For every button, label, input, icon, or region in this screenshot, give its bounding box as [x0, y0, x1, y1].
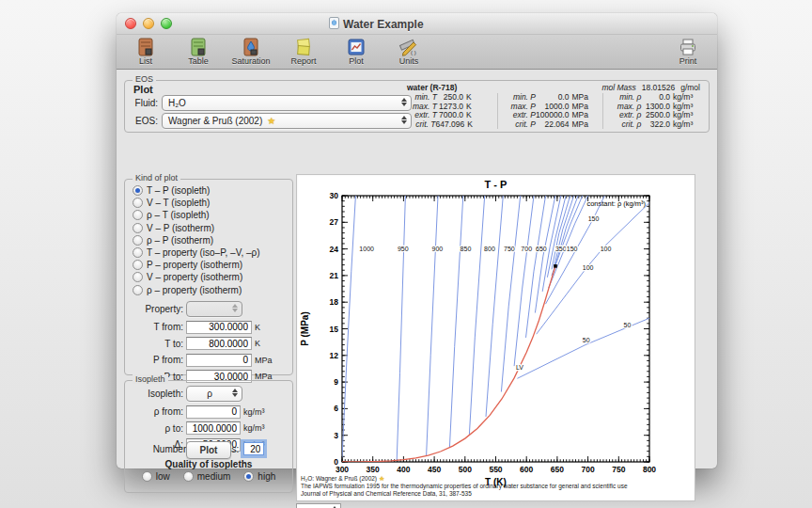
units-ruler-pencil-icon: ( ) — [398, 37, 419, 57]
svg-text:LV: LV — [516, 364, 523, 371]
svg-text:950: 950 — [398, 246, 409, 252]
caption-line3: Journal of Physical and Chemical Referen… — [301, 490, 628, 498]
svg-text:50: 50 — [624, 322, 632, 328]
isopleth-count-field[interactable] — [243, 442, 264, 455]
star-icon: ★ — [267, 116, 275, 126]
plot-kind-radio[interactable]: P – property (isotherm) — [133, 260, 260, 270]
plot-kind-radio[interactable]: ρ – P (isotherm) — [133, 235, 260, 246]
isopleth-label: ρ from: — [125, 406, 183, 417]
range-unit: K — [255, 323, 260, 332]
radio-icon[interactable] — [133, 285, 143, 295]
radio-icon[interactable] — [133, 210, 143, 220]
property-column: min. P0.0MPamax. P1000.0MPaextr. P100000… — [497, 93, 602, 129]
plot-kind-radio[interactable]: V – T (isopleth) — [133, 198, 260, 208]
svg-text:150: 150 — [567, 246, 578, 252]
toolbar-label: Report — [290, 56, 316, 66]
plot-kind-radio[interactable]: V – P (isotherm) — [133, 223, 260, 233]
radio-icon[interactable] — [133, 247, 143, 258]
range-field[interactable] — [186, 321, 252, 334]
range-unit: K — [255, 339, 260, 348]
toolbar-label: Print — [679, 56, 697, 66]
svg-text:500: 500 — [459, 465, 472, 474]
property-unit: kg/m³ — [673, 120, 700, 130]
toolbar-button-plot[interactable]: Plot — [335, 37, 378, 66]
caption-line2: The IAPWS formulation 1995 for the therm… — [301, 483, 628, 490]
fluid-popup[interactable]: H₂O — [162, 95, 412, 111]
radio-label: low — [156, 471, 170, 482]
toolbar-button-saturation[interactable]: Saturation — [229, 37, 273, 66]
toolbar-button-list[interactable]: List — [124, 37, 167, 66]
radio-icon[interactable] — [133, 185, 143, 196]
radio-icon[interactable] — [142, 471, 152, 482]
toolbar-label: Units — [399, 56, 419, 66]
svg-text:21: 21 — [330, 271, 339, 280]
svg-text:700: 700 — [582, 465, 595, 474]
close-button[interactable] — [125, 18, 136, 29]
minimize-button[interactable] — [143, 18, 154, 29]
toolbar-button-report[interactable]: Report — [282, 37, 325, 66]
isopleth-variable-popup[interactable]: ρ — [186, 386, 242, 402]
eos-popup[interactable]: Wagner & Pruß (2002) ★ — [162, 113, 412, 129]
radio-label: ρ – P (isotherm) — [147, 235, 213, 246]
radio-icon[interactable] — [133, 198, 143, 208]
plot-panel: 3003504004505005506006507007508000369121… — [296, 174, 695, 501]
quality-radio[interactable]: medium — [183, 471, 231, 482]
plot-kind-radio[interactable]: ρ – T (isopleth) — [133, 210, 260, 220]
eos-value: Wagner & Pruß (2002) — [168, 116, 262, 126]
table-document-icon — [188, 37, 209, 57]
svg-text:12: 12 — [330, 351, 339, 360]
star-icon: ★ — [379, 475, 384, 482]
property-name: crit. ρ — [607, 120, 641, 130]
range-label: T from: — [125, 322, 183, 332]
range-row: T from:K — [125, 321, 292, 334]
property-popup[interactable] — [186, 301, 242, 317]
quality-radio[interactable]: high — [243, 471, 275, 482]
title-bar: Water Example — [117, 13, 717, 35]
radio-label: ρ – property (isotherm) — [147, 285, 242, 295]
toolbar-button-table[interactable]: Table — [177, 37, 220, 66]
isopleth-label: ρ to: — [125, 423, 183, 434]
toolbar-button-units[interactable]: ( ) Units — [387, 37, 430, 66]
zoom-button[interactable] — [161, 18, 172, 29]
radio-icon[interactable] — [183, 471, 194, 482]
plot-kind-radio[interactable]: T – property (iso–P, –V, –ρ) — [133, 247, 260, 258]
property-unit: MPa — [571, 120, 599, 130]
toolbar-label: Plot — [349, 56, 364, 66]
kind-of-plot-groupbox: Kind of plot T – P (isopleth)V – T (isop… — [124, 179, 293, 375]
range-row: T to:K — [125, 337, 292, 350]
plot-kind-radio[interactable]: ρ – property (isotherm) — [133, 285, 260, 295]
window-content: EOS Plot Fluid: H₂O EOS: Wagner & Pruß (… — [117, 67, 717, 468]
desktop: Water Example List Table Saturation Repo… — [0, 0, 812, 508]
radio-icon[interactable] — [133, 272, 143, 282]
isopleth-field[interactable] — [186, 421, 241, 435]
range-field[interactable] — [186, 337, 252, 350]
toolbar-button-print[interactable]: Print — [666, 37, 710, 66]
popup-arrows-icon — [232, 304, 238, 312]
radio-icon[interactable] — [133, 235, 143, 246]
radio-icon[interactable] — [133, 223, 143, 233]
tp-chart: 3003504004505005506006507007508000369121… — [297, 175, 695, 500]
quality-label: Quality of isopleths — [125, 459, 292, 469]
svg-text:350: 350 — [555, 246, 567, 252]
property-value: 647.096 — [435, 120, 467, 130]
property-row: crit. T647.096K — [403, 120, 493, 130]
mol-mass-unit: g/mol — [680, 83, 700, 92]
isopleth-field[interactable] — [186, 405, 241, 419]
zoom-level-stepper[interactable]: 100% — [296, 503, 341, 508]
plot-button[interactable]: Plot — [186, 441, 231, 459]
svg-text:constant: ρ (kg/m³): constant: ρ (kg/m³) — [586, 199, 646, 208]
range-field[interactable] — [186, 354, 252, 367]
svg-text:150: 150 — [588, 215, 600, 222]
range-unit: MPa — [255, 356, 273, 365]
radio-icon[interactable] — [133, 260, 143, 270]
range-label: P from: — [125, 355, 183, 365]
plot-kind-radio[interactable]: T – P (isopleth) — [133, 185, 260, 196]
svg-text:T - P: T - P — [485, 179, 508, 190]
fluid-label: Fluid: — [131, 98, 158, 108]
quality-radio[interactable]: low — [142, 471, 170, 482]
radio-icon[interactable] — [243, 471, 254, 482]
isopleth-row: ρ to:kg/m³ — [125, 421, 292, 435]
plot-kind-radio[interactable]: V – property (isotherm) — [133, 272, 260, 282]
radio-label: ρ – T (isopleth) — [147, 210, 210, 220]
svg-text:P (MPa): P (MPa) — [300, 311, 310, 346]
